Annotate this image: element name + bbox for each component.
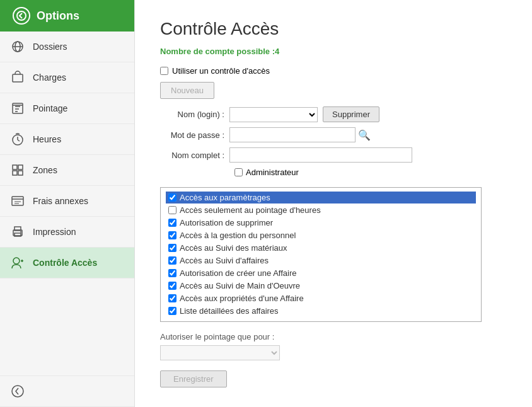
permission-checkbox-2[interactable] (168, 219, 176, 227)
permissions-box: Accès aux paramètrages Accès seulement a… (160, 187, 482, 322)
nom-login-select[interactable] (229, 107, 318, 122)
frais-icon (10, 193, 25, 209)
svg-rect-23 (14, 233, 21, 236)
nom-complet-input[interactable] (229, 147, 412, 163)
permission-label-8: Accès aux propriétés d'une Affaire (180, 294, 304, 303)
administrateur-row: Administrateur (234, 168, 507, 177)
svg-point-28 (12, 386, 23, 397)
nom-login-row: Nom (login) : Supprimer (160, 106, 507, 122)
supprimer-button[interactable]: Supprimer (323, 106, 379, 122)
back-bottom-icon (10, 384, 25, 399)
permission-label-7: Accès au Suivi de Main d'Oeuvre (180, 281, 300, 290)
permission-label-6: Autorisation de créer une Affaire (180, 268, 297, 278)
back-icon-top[interactable] (13, 7, 30, 25)
svg-point-24 (20, 231, 21, 232)
svg-rect-15 (13, 171, 17, 175)
controle-icon (10, 255, 25, 270)
sidebar-item-zones[interactable]: Zones (0, 155, 134, 186)
administrateur-label[interactable]: Administrateur (246, 168, 299, 177)
use-access-control-checkbox[interactable] (160, 67, 168, 75)
page-title: Contrôle Accès (160, 19, 507, 39)
sidebar-item-frais-annexes[interactable]: Frais annexes (0, 186, 134, 217)
sidebar-item-charges-label: Charges (33, 72, 66, 83)
main-content: Contrôle Accès Nombre de compte possible… (135, 0, 532, 407)
permission-checkbox-9[interactable] (168, 307, 176, 315)
sidebar: Options Dossiers Charges (0, 0, 135, 407)
mot-de-passe-input[interactable] (229, 127, 356, 142)
impression-icon (10, 224, 25, 239)
pointage-select[interactable] (160, 345, 280, 360)
charges-icon (10, 70, 25, 85)
svg-rect-17 (12, 197, 23, 205)
permission-item-5[interactable]: Accès au Suivi d'affaires (166, 255, 476, 267)
sidebar-item-impression[interactable]: Impression (0, 217, 134, 248)
sidebar-header: Options (0, 0, 134, 32)
administrateur-checkbox[interactable] (234, 168, 243, 176)
zones-icon (10, 163, 25, 178)
permission-item-7[interactable]: Accès au Suivi de Main d'Oeuvre (166, 280, 476, 292)
permission-label-9: Liste détaillées des affaires (180, 306, 279, 316)
dossiers-icon (10, 39, 25, 54)
permission-item-9[interactable]: Liste détaillées des affaires (166, 305, 476, 317)
sidebar-item-controle-label: Contrôle Accès (33, 258, 97, 268)
nom-login-label: Nom (login) : (160, 110, 229, 119)
pointage-section: Autoriser le pointage que pour : (160, 332, 507, 360)
permission-item-8[interactable]: Accès aux propriétés d'une Affaire (166, 292, 476, 304)
permission-checkbox-5[interactable] (168, 256, 176, 265)
permission-label-1: Accès seulement au pointage d'heures (180, 205, 321, 215)
sidebar-back-bottom[interactable] (0, 375, 134, 407)
permission-item-6[interactable]: Autorisation de créer une Affaire (166, 267, 476, 279)
permission-item-2[interactable]: Autorisation de supprimer (166, 217, 476, 229)
permission-label-4: Accès au Suivi des matériaux (180, 243, 287, 253)
sidebar-title: Options (37, 9, 79, 23)
sidebar-item-pointage-label: Pointage (33, 103, 67, 113)
svg-point-0 (17, 11, 26, 20)
svg-point-25 (13, 258, 20, 264)
permission-checkbox-6[interactable] (168, 269, 176, 277)
search-icon[interactable]: 🔍 (358, 129, 371, 141)
permission-label-2: Autorisation de supprimer (180, 218, 273, 227)
mot-de-passe-label: Mot de passe : (160, 130, 229, 140)
permission-item-0[interactable]: Accès aux paramètrages (166, 192, 476, 203)
sidebar-item-dossiers[interactable]: Dossiers (0, 32, 134, 62)
permission-label-0: Accès aux paramètrages (180, 193, 270, 202)
permission-checkbox-7[interactable] (168, 282, 176, 290)
heures-icon (10, 132, 25, 147)
permission-item-4[interactable]: Accès au Suivi des matériaux (166, 242, 476, 254)
pointage-icon (10, 101, 25, 116)
permission-checkbox-4[interactable] (168, 244, 176, 252)
permission-label-5: Accès au Suivi d'affaires (180, 256, 269, 265)
permission-checkbox-1[interactable] (168, 206, 176, 214)
svg-rect-13 (13, 165, 17, 169)
account-count: Nombre de compte possible :4 (160, 47, 507, 56)
sidebar-item-dossiers-label: Dossiers (33, 42, 67, 52)
nom-complet-row: Nom complet : (160, 147, 507, 163)
use-access-control-row: Utiliser un contrôle d'accès (160, 66, 507, 76)
permission-checkbox-8[interactable] (168, 294, 176, 302)
mot-de-passe-row: Mot de passe : 🔍 (160, 127, 507, 142)
permission-item-1[interactable]: Accès seulement au pointage d'heures (166, 204, 476, 216)
sidebar-item-zones-label: Zones (33, 165, 57, 175)
sidebar-item-impression-label: Impression (33, 227, 76, 237)
permission-label-3: Accès à la gestion du personnel (180, 231, 296, 240)
svg-rect-16 (18, 171, 23, 175)
autoriser-label: Autoriser le pointage que pour : (160, 332, 507, 341)
permission-checkbox-0[interactable] (168, 193, 176, 202)
sidebar-item-frais-label: Frais annexes (33, 196, 88, 206)
permission-checkbox-3[interactable] (168, 231, 176, 239)
sidebar-item-pointage[interactable]: Pointage (0, 93, 134, 124)
sidebar-item-charges[interactable]: Charges (0, 62, 134, 93)
sidebar-item-heures-label: Heures (33, 134, 61, 144)
nom-complet-label: Nom complet : (160, 151, 229, 160)
svg-rect-14 (18, 165, 23, 169)
sidebar-item-heures[interactable]: Heures (0, 124, 134, 155)
svg-rect-4 (13, 74, 23, 82)
permission-item-3[interactable]: Accès à la gestion du personnel (166, 229, 476, 241)
use-access-control-label[interactable]: Utiliser un contrôle d'accès (172, 66, 270, 76)
sidebar-item-controle-acces[interactable]: Contrôle Accès (0, 248, 134, 278)
nouveau-button[interactable]: Nouveau (160, 82, 214, 99)
enregistrer-button[interactable]: Enregistrer (160, 370, 227, 387)
svg-line-12 (18, 140, 20, 141)
